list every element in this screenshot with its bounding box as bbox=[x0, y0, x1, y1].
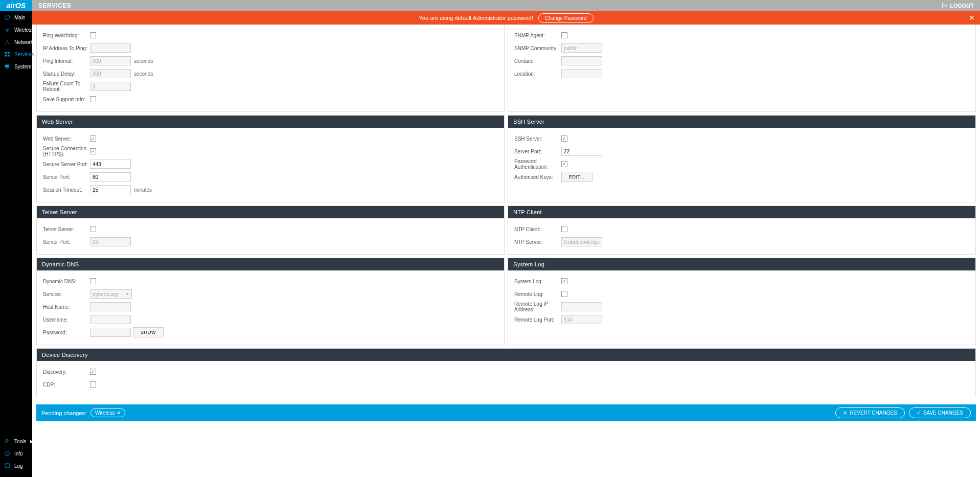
ntp-checkbox[interactable] bbox=[561, 226, 567, 232]
ping-interval-input[interactable] bbox=[90, 56, 131, 65]
panel-header-syslog: System Log bbox=[508, 258, 975, 270]
pending-chip-wireless[interactable]: Wireless ✕ bbox=[90, 408, 125, 417]
secure-port-input[interactable] bbox=[90, 160, 131, 169]
label-ip-to-ping: IP Address To Ping: bbox=[43, 46, 90, 51]
label-remote-port: Remote Log Port: bbox=[514, 317, 561, 323]
label-save-support: Save Support Info: bbox=[43, 97, 90, 102]
svg-rect-12 bbox=[7, 68, 8, 69]
panel-header-web-server: Web Server bbox=[37, 116, 504, 128]
sidebar-item-network[interactable]: Network bbox=[0, 36, 32, 48]
session-timeout-input[interactable] bbox=[90, 185, 131, 194]
web-server-checkbox[interactable]: ✓ bbox=[90, 135, 96, 142]
svg-rect-11 bbox=[5, 65, 9, 68]
sidebar-label: Wireless bbox=[14, 27, 34, 33]
save-label: SAVE CHANGES bbox=[923, 410, 963, 416]
ddns-checkbox[interactable] bbox=[90, 278, 96, 284]
location-input[interactable] bbox=[561, 69, 602, 78]
telnet-panel: Telnet Server Telnet Server: Server Port… bbox=[36, 206, 505, 255]
remote-port-input[interactable] bbox=[561, 315, 602, 324]
unit-seconds: seconds bbox=[134, 71, 153, 77]
save-changes-button[interactable]: ✓ SAVE CHANGES bbox=[909, 407, 971, 418]
ddns-pass-input[interactable] bbox=[90, 328, 131, 337]
label-ddns-service: Service: bbox=[43, 291, 90, 297]
ntp-panel: NTP Client NTP Client: NTP Server: bbox=[508, 206, 976, 255]
label-server-port: Server Port: bbox=[43, 174, 90, 180]
alert-bar: You are using default Administrator pass… bbox=[32, 11, 980, 25]
svg-rect-7 bbox=[5, 52, 7, 54]
failure-count-input[interactable] bbox=[90, 82, 131, 91]
ddns-service-select[interactable]: dyndns.org ▼ bbox=[90, 289, 132, 299]
label-startup-delay: Startup Delay: bbox=[43, 71, 90, 77]
discovery-checkbox[interactable]: ✓ bbox=[90, 369, 96, 375]
label-secure-port: Secure Server Port: bbox=[43, 162, 90, 167]
save-support-checkbox[interactable] bbox=[90, 96, 96, 102]
ntp-server-input[interactable] bbox=[561, 237, 602, 246]
logo-text: airOS bbox=[7, 2, 26, 10]
sidebar-item-system[interactable]: System bbox=[0, 60, 32, 73]
revert-label: REVERT CHANGES bbox=[850, 410, 897, 416]
panel-header-ddns: Dynamic DNS bbox=[37, 258, 504, 270]
show-password-button[interactable]: SHOW bbox=[133, 327, 164, 337]
remote-ip-input[interactable] bbox=[561, 302, 602, 311]
label-https: Secure Connection (HTTPS): bbox=[43, 146, 90, 157]
top-bar: airOS SERVICES LOGOUT bbox=[0, 0, 980, 11]
startup-delay-input[interactable] bbox=[90, 69, 131, 78]
ssh-server-checkbox[interactable]: ✓ bbox=[561, 135, 567, 142]
sidebar-item-services[interactable]: Services bbox=[0, 48, 32, 60]
logout-icon bbox=[942, 3, 948, 9]
svg-rect-9 bbox=[5, 55, 7, 57]
svg-rect-8 bbox=[8, 52, 10, 54]
sidebar-item-wireless[interactable]: Wireless bbox=[0, 24, 32, 36]
logout-button[interactable]: LOGOUT bbox=[942, 3, 974, 9]
ssh-port-input[interactable] bbox=[561, 147, 602, 156]
snmp-community-input[interactable] bbox=[561, 43, 602, 53]
label-snmp-agent: SNMP Agent: bbox=[514, 33, 561, 38]
system-icon bbox=[4, 63, 10, 70]
label-discovery: Discovery: bbox=[43, 369, 90, 375]
alert-text: You are using default Administrator pass… bbox=[419, 15, 533, 21]
syslog-checkbox[interactable]: ✓ bbox=[561, 278, 567, 284]
label-ssh-port: Server Port: bbox=[514, 149, 561, 154]
ping-watchdog-panel: Ping Watchdog: IP Address To Ping: Ping … bbox=[36, 25, 505, 112]
server-port-input[interactable] bbox=[90, 172, 131, 181]
sidebar-label: Network bbox=[14, 39, 33, 45]
ddns-user-input[interactable] bbox=[90, 315, 131, 324]
ip-to-ping-input[interactable] bbox=[90, 43, 131, 53]
label-ddns: Dynamic DNS: bbox=[43, 279, 90, 284]
contact-input[interactable] bbox=[561, 56, 602, 65]
label-telnet-port: Server Port: bbox=[43, 239, 90, 245]
https-checkbox[interactable]: ✓ bbox=[90, 148, 96, 154]
page-title: SERVICES bbox=[38, 2, 71, 9]
pending-label: Pending changes: bbox=[41, 410, 86, 416]
telnet-checkbox[interactable] bbox=[90, 226, 96, 232]
revert-changes-button[interactable]: ✕ REVERT CHANGES bbox=[835, 407, 904, 418]
close-icon: ✕ bbox=[843, 410, 847, 416]
label-ntp: NTP Client: bbox=[514, 226, 561, 232]
wifi-icon bbox=[4, 27, 10, 33]
sidebar-label: Services bbox=[14, 52, 34, 57]
svg-point-4 bbox=[7, 40, 8, 41]
edit-keys-button[interactable]: EDIT... bbox=[561, 172, 592, 182]
label-ssh-server: SSH Server: bbox=[514, 136, 561, 142]
telnet-port-input[interactable] bbox=[90, 237, 131, 246]
change-password-button[interactable]: Change Password bbox=[538, 13, 594, 23]
close-icon[interactable]: ✕ bbox=[969, 14, 975, 22]
snmp-panel: SNMP Agent: SNMP Community: Contact: Loc… bbox=[508, 25, 976, 112]
close-icon[interactable]: ✕ bbox=[117, 410, 121, 416]
label-ddns-pass: Password: bbox=[43, 330, 90, 335]
label-contact: Contact: bbox=[514, 58, 561, 64]
cdp-checkbox[interactable] bbox=[90, 381, 96, 388]
pwauth-checkbox[interactable]: ✓ bbox=[561, 161, 567, 167]
sidebar-item-main[interactable]: Main bbox=[0, 11, 32, 24]
remote-log-checkbox[interactable] bbox=[561, 291, 567, 297]
web-server-panel: Web Server Web Server: ✓ Secure Connecti… bbox=[36, 115, 505, 202]
label-ddns-host: Host Name: bbox=[43, 304, 90, 310]
network-icon bbox=[4, 39, 10, 45]
label-snmp-community: SNMP Community: bbox=[514, 46, 561, 51]
chevron-down-icon: ▼ bbox=[125, 292, 129, 297]
label-session-timeout: Session Timeout: bbox=[43, 187, 90, 193]
chip-label: Wireless bbox=[95, 410, 115, 416]
ddns-host-input[interactable] bbox=[90, 302, 131, 311]
snmp-agent-checkbox[interactable] bbox=[561, 32, 567, 38]
ping-watchdog-checkbox[interactable] bbox=[90, 32, 96, 38]
